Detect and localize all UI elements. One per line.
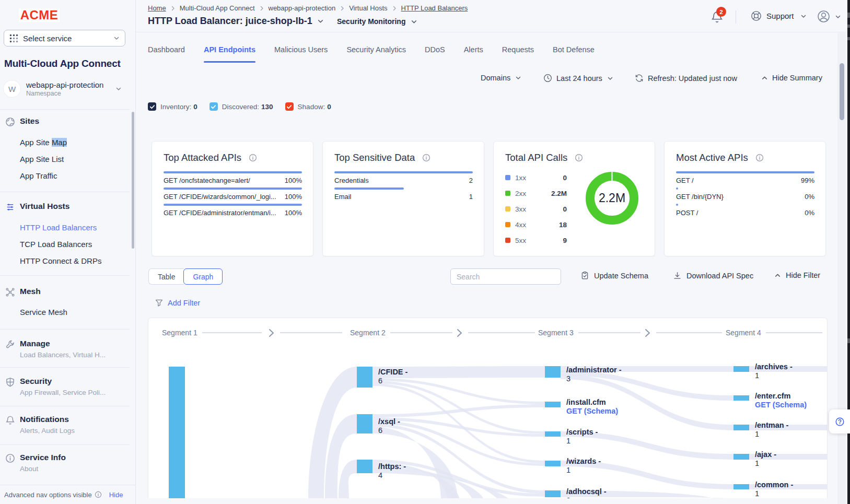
tab-security-analytics[interactable]: Security Analytics	[346, 45, 406, 64]
hide-nav-link[interactable]: Hide	[109, 491, 123, 499]
sidebar-section-security[interactable]: Security	[20, 377, 52, 386]
node-install-cfm[interactable]	[545, 402, 561, 407]
sidebar-scrollbar[interactable]	[132, 112, 134, 249]
hide-filter-toggle[interactable]: Hide Filter	[774, 271, 820, 279]
tab-api-endpoints[interactable]: API Endpoints	[204, 45, 255, 64]
chevron-down-icon	[115, 86, 122, 92]
node-label: /common -	[755, 480, 793, 489]
tab-bot-defense[interactable]: Bot Defense	[553, 45, 595, 64]
legend-row-4xx[interactable]: 4xx 18	[505, 217, 567, 232]
page-scrollbar-thumb[interactable]	[840, 63, 844, 120]
download-api-spec-button[interactable]: Download API Spec	[673, 271, 753, 280]
stat-row[interactable]: POST /0%	[676, 204, 814, 217]
node-entman[interactable]	[733, 425, 749, 430]
legend-row-5xx[interactable]: 5xx 9	[505, 232, 567, 248]
node-label: /wizards -	[566, 457, 601, 465]
node-ajax[interactable]	[733, 454, 749, 460]
grid-icon	[9, 34, 18, 43]
tab-dashboard[interactable]: Dashboard	[148, 45, 185, 64]
table-view-button[interactable]: Table	[148, 268, 184, 285]
graph-view-button[interactable]: Graph	[183, 268, 223, 285]
sidebar-item-app-site-map[interactable]: App Site Map	[20, 138, 67, 147]
node-xsql[interactable]	[357, 414, 372, 433]
node-segment1-root[interactable]	[169, 367, 185, 498]
breadcrumb-mcac[interactable]: Multi-Cloud App Connect	[180, 4, 255, 12]
sidebar-section-service-info[interactable]: Service Info	[20, 453, 66, 462]
acme-logo-text: ACME	[20, 8, 59, 22]
shadow-checkbox[interactable]: Shadow: 0	[285, 102, 331, 111]
node-scripts[interactable]	[545, 431, 561, 437]
sidebar-item-http-connect-drps[interactable]: HTTP Connect & DRPs	[20, 256, 101, 265]
refresh-button[interactable]: Refresh: Updated just now	[635, 74, 737, 83]
node-https[interactable]	[357, 460, 372, 473]
sidebar-item-http-load-balancers[interactable]: HTTP Load Balancers	[20, 223, 97, 232]
node-count: 1	[566, 466, 570, 474]
sidebar-section-notifications[interactable]: Notifications	[20, 415, 69, 424]
tab-alerts[interactable]: Alerts	[464, 45, 483, 64]
stat-row[interactable]: GET /CFIDE/wizards/common/_logi...100%	[164, 187, 302, 201]
tab-bar: Dashboard API Endpoints Malicious Users …	[148, 45, 595, 64]
node-administrator[interactable]	[545, 366, 561, 378]
legend-row-1xx[interactable]: 1xx 0	[505, 170, 567, 185]
legend-row-3xx[interactable]: 3xx 0	[505, 201, 567, 217]
checkbox-checked-icon	[285, 102, 294, 111]
node-label: /scripts -	[566, 428, 598, 436]
breadcrumb-http-load-balancers[interactable]: HTTP Load Balancers	[401, 4, 468, 12]
info-icon[interactable]	[422, 154, 430, 162]
help-button[interactable]	[829, 409, 850, 433]
node-adhocsql[interactable]	[545, 490, 561, 497]
hide-summary-toggle[interactable]: Hide Summary	[761, 74, 822, 82]
chevron-right-icon	[259, 6, 264, 11]
node-cfide[interactable]	[357, 367, 372, 388]
info-icon[interactable]	[249, 154, 257, 162]
divider	[0, 275, 130, 276]
summary-controls: Domains Last 24 hours Refresh: Updated j…	[136, 74, 825, 85]
globe-icon	[5, 117, 15, 127]
monitoring-mode-dropdown[interactable]: Security Monitoring	[337, 17, 417, 26]
sidebar-item-app-traffic[interactable]: App Traffic	[20, 171, 57, 180]
legend-row-2xx[interactable]: 2xx 2.2M	[505, 185, 567, 201]
info-icon[interactable]	[755, 154, 764, 162]
breadcrumb-namespace[interactable]: webapp-api-protection	[269, 4, 336, 12]
sidebar-item-service-mesh[interactable]: Service Mesh	[20, 308, 67, 317]
node-schema-link[interactable]: GET (Schema)	[755, 401, 807, 409]
stat-row[interactable]: GET /99%	[676, 171, 814, 184]
discovered-checkbox[interactable]: Discovered: 130	[209, 102, 273, 111]
card-most-active-apis: Most Active APIs GET /99% GET /bin/{DYN}…	[664, 141, 826, 256]
sidebar-footer: Advanced nav options visible Hide	[0, 485, 135, 504]
stat-row[interactable]: GET /bin/{DYN}0%	[676, 187, 814, 201]
namespace-selector[interactable]: W webapp-api-protection Namespace	[4, 78, 129, 99]
info-icon[interactable]	[575, 154, 583, 162]
tab-ddos[interactable]: DDoS	[425, 45, 445, 64]
node-archives[interactable]	[733, 366, 749, 372]
time-range-dropdown[interactable]: Last 24 hours	[543, 74, 613, 83]
sidebar-item-tcp-load-balancers[interactable]: TCP Load Balancers	[20, 240, 92, 249]
node-count: 1	[755, 489, 759, 498]
support-label: Support	[766, 11, 794, 20]
node-wizards[interactable]	[545, 461, 561, 466]
sidebar-section-manage[interactable]: Manage	[20, 339, 50, 348]
node-count: 2	[566, 496, 570, 498]
account-menu[interactable]	[817, 9, 841, 24]
support-dropdown[interactable]: Support	[750, 10, 807, 22]
node-common[interactable]	[733, 484, 749, 489]
chevron-down-icon[interactable]	[317, 18, 324, 25]
breadcrumb-virtual-hosts[interactable]: Virtual Hosts	[349, 4, 387, 12]
checkbox-checked-icon	[148, 102, 156, 111]
stat-row[interactable]: Credentials2	[334, 171, 473, 184]
stat-row[interactable]: Email1	[334, 187, 473, 201]
node-enter-cfm[interactable]	[733, 395, 749, 401]
stat-row[interactable]: GET /CFIDE/administrator/entman/i...100%	[164, 204, 302, 217]
node-schema-link[interactable]: GET (Schema)	[566, 407, 618, 415]
tab-malicious-users[interactable]: Malicious Users	[274, 45, 328, 64]
add-filter-button[interactable]: Add Filter	[155, 298, 200, 307]
inventory-checkbox[interactable]: Inventory: 0	[148, 102, 197, 111]
select-service-dropdown[interactable]: Select service	[4, 30, 125, 46]
breadcrumb-home[interactable]: Home	[148, 4, 166, 12]
domains-dropdown[interactable]: Domains	[481, 74, 521, 82]
sidebar-item-app-site-list[interactable]: App Site List	[20, 155, 64, 163]
stat-row[interactable]: GET /oncfstatechange=alert/100%	[164, 171, 302, 184]
tab-requests[interactable]: Requests	[502, 45, 534, 64]
update-schema-button[interactable]: Update Schema	[580, 271, 648, 280]
search-input[interactable]	[450, 268, 561, 285]
